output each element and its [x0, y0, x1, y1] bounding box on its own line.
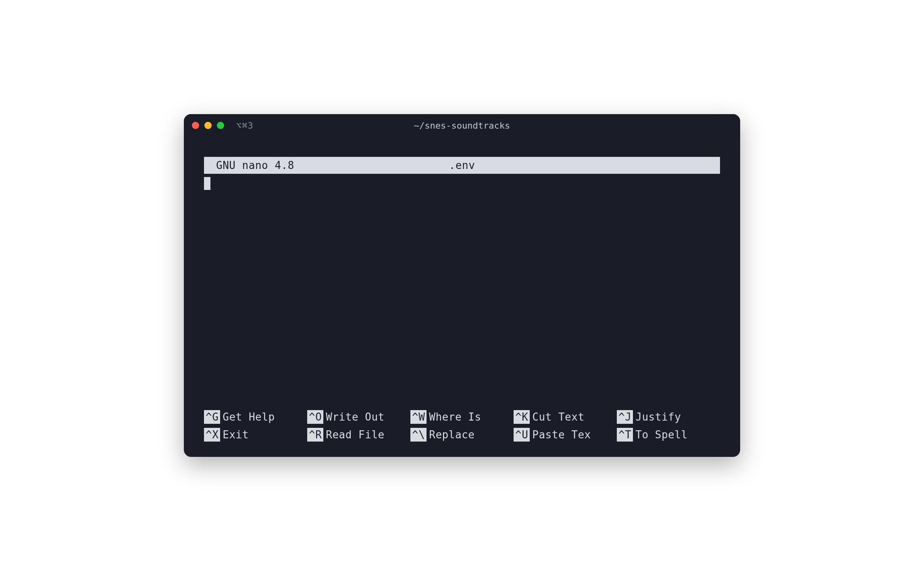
tab-indicator: ⌥⌘3	[236, 121, 254, 131]
shortcut-key: ^T	[617, 428, 633, 442]
shortcut-label: Replace	[427, 429, 474, 441]
shortcut-get-help: ^G Get Help	[204, 410, 307, 424]
shortcut-label: Justify	[633, 411, 681, 423]
terminal-body[interactable]: GNU nano 4.8 .env ^G Get Help ^O Write O…	[184, 137, 740, 457]
shortcut-key: ^X	[204, 428, 220, 442]
shortcut-write-out: ^O Write Out	[307, 410, 410, 424]
editor-area[interactable]	[204, 174, 720, 410]
shortcut-label: Paste Tex	[530, 429, 591, 441]
shortcut-key: ^K	[514, 410, 530, 424]
shortcut-label: Cut Text	[530, 411, 584, 423]
nano-header: GNU nano 4.8 .env	[204, 157, 720, 174]
shortcut-exit: ^X Exit	[204, 428, 307, 442]
shortcut-to-spell: ^T To Spell	[617, 428, 720, 442]
shortcut-key: ^W	[410, 410, 427, 424]
shortcut-label: Get Help	[220, 411, 275, 423]
shortcut-read-file: ^R Read File	[307, 428, 410, 442]
shortcut-label: Read File	[323, 429, 384, 441]
titlebar: ⌥⌘3 ~/snes-soundtracks	[184, 114, 740, 137]
shortcut-key: ^R	[307, 428, 323, 442]
shortcut-label: To Spell	[633, 429, 687, 441]
traffic-lights	[192, 122, 224, 129]
shortcut-label: Exit	[220, 429, 249, 441]
shortcut-where-is: ^W Where Is	[410, 410, 514, 424]
nano-file-name: .env	[449, 159, 475, 171]
shortcut-key: ^J	[617, 410, 633, 424]
window-title: ~/snes-soundtracks	[414, 121, 510, 131]
shortcut-key: ^U	[514, 428, 530, 442]
shortcut-key: ^O	[307, 410, 323, 424]
nano-app-name: GNU nano 4.8	[204, 159, 294, 171]
cursor	[204, 177, 210, 190]
shortcut-cut-text: ^K Cut Text	[514, 410, 617, 424]
shortcut-justify: ^J Justify	[617, 410, 720, 424]
close-button[interactable]	[192, 122, 199, 129]
terminal-window: ⌥⌘3 ~/snes-soundtracks GNU nano 4.8 .env…	[184, 114, 740, 457]
shortcut-replace: ^\ Replace	[410, 428, 514, 442]
shortcut-row-1: ^G Get Help ^O Write Out ^W Where Is ^K …	[204, 410, 720, 424]
shortcut-label: Write Out	[323, 411, 384, 423]
shortcut-paste-text: ^U Paste Tex	[514, 428, 617, 442]
minimize-button[interactable]	[204, 122, 212, 129]
shortcut-row-2: ^X Exit ^R Read File ^\ Replace ^U Paste…	[204, 428, 720, 442]
shortcut-label: Where Is	[427, 411, 481, 423]
maximize-button[interactable]	[217, 122, 224, 129]
shortcut-key: ^G	[204, 410, 220, 424]
shortcut-key: ^\	[410, 428, 427, 442]
shortcut-bar: ^G Get Help ^O Write Out ^W Where Is ^K …	[204, 410, 720, 449]
